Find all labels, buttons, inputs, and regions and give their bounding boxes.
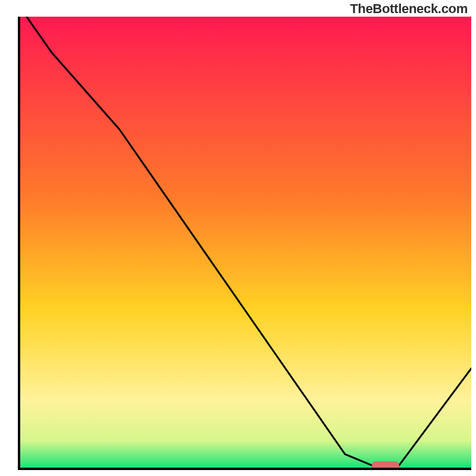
watermark-text: TheBottleneck.com — [350, 1, 468, 17]
plot-area — [20, 17, 471, 468]
x-axis — [18, 468, 471, 470]
chart-frame: TheBottleneck.com — [0, 0, 476, 476]
gradient-background — [20, 17, 471, 468]
plot-svg — [20, 17, 471, 468]
optimum-marker — [372, 462, 399, 468]
